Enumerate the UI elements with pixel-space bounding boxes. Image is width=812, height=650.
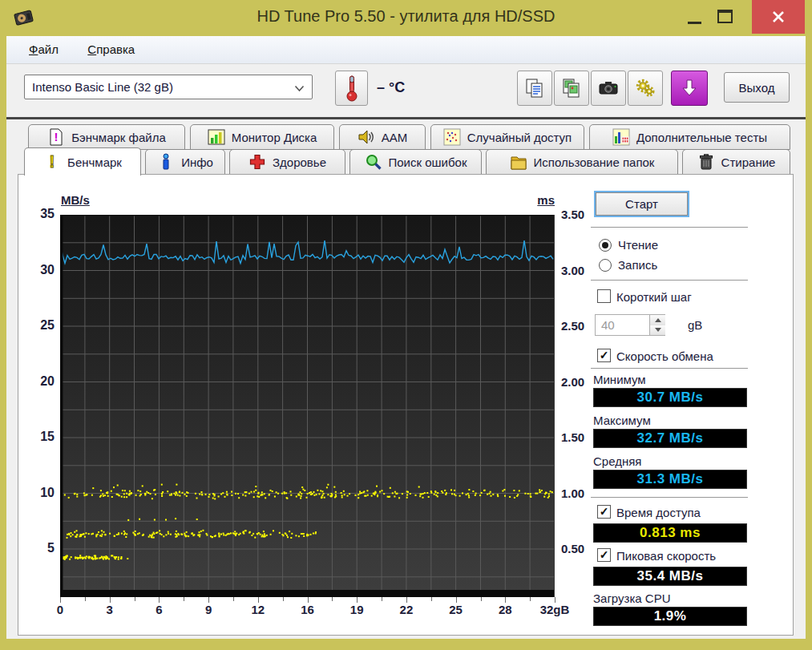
stride-size-value: 40 [601,318,615,332]
maximize-icon[interactable] [717,10,733,23]
burst-rate-checkbox[interactable]: ✓ [597,548,611,562]
burst-rate-value: 35.4 MB/s [593,567,747,586]
tab-label: AAM [382,131,408,144]
stride-size-stepper[interactable]: 40 [595,314,665,336]
menu-bar: Файл Справка [6,36,806,64]
menu-help[interactable]: Справка [84,42,138,56]
exit-button-label: Выход [739,81,775,95]
random-access-icon [443,128,461,146]
start-button-label: Старт [625,197,658,211]
options-button[interactable] [628,71,663,106]
health-icon [248,153,266,171]
short-stride-label: Короткий шаг [616,290,692,304]
copy-image-icon [560,77,583,99]
temperature-readout: – °C [377,79,405,96]
tab-label: Стирание [721,155,776,169]
maximum-value: 32.7 MB/s [593,429,747,448]
tab-extra-tests[interactable]: Дополнительные тесты [589,124,790,150]
tab-folder-usage[interactable]: Использование папок [486,149,678,175]
app-window: HD Tune Pro 5.50 - утилита для HD/SSD Фа… [0,0,812,650]
stepper-down-button[interactable] [650,325,665,336]
y-axis-unit-right: ms [513,193,555,207]
tab-info[interactable]: Инфо [145,149,225,175]
title-bar: HD Tune Pro 5.50 - утилита для HD/SSD [0,0,812,36]
burst-rate-label: Пиковая скорость [616,549,716,563]
tab-random-access[interactable]: Случайный доступ [430,124,584,150]
access-time-value: 0.813 ms [593,523,747,543]
exit-button[interactable]: Выход [724,72,790,103]
save-results-button[interactable] [671,71,708,106]
svg-text:!: ! [49,153,55,171]
minimum-label: Минимум [593,373,646,386]
thermometer-icon [345,74,359,103]
gears-icon [634,77,656,99]
tab-label: Использование папок [534,155,655,169]
folder-usage-icon [510,153,527,171]
tab-label: Дополнительные тесты [636,131,767,144]
menu-file[interactable]: Файл [26,42,62,56]
benchmark-icon: ! [43,153,61,171]
copy-image-button[interactable] [554,71,589,106]
save-arrow-icon [679,78,700,99]
maximum-label: Максимум [593,414,651,427]
extra-tests-icon [612,128,630,146]
benchmark-plot [60,215,555,597]
disk-monitor-icon [208,128,225,146]
separator [591,227,748,228]
tab-label: Инфо [181,155,213,169]
access-time-checkbox[interactable]: ✓ [597,505,611,519]
start-button[interactable]: Старт [596,192,688,216]
copy-text-icon [523,77,546,99]
erase-icon [697,153,715,171]
read-radio[interactable] [599,239,612,252]
tab-aam[interactable]: AAM [339,124,426,150]
tab-health[interactable]: Здоровье [229,149,345,175]
separator [591,497,748,498]
access-time-label: Время доступа [616,506,701,519]
tab-benchmark[interactable]: ! Бенчмарк [24,147,141,176]
transfer-rate-label: Скорость обмена [616,349,713,363]
close-icon[interactable] [752,0,805,34]
tab-label: Поиск ошибок [389,155,467,169]
tab-label: Здоровье [273,155,326,169]
camera-icon [597,77,620,99]
stride-unit-label: gB [688,318,702,332]
tab-label: Бенчмарк [67,155,122,169]
tab-label: Случайный доступ [467,131,572,144]
tab-disk-monitor[interactable]: Монитор Диска [190,124,334,150]
stepper-up-button[interactable] [650,315,665,325]
minimize-icon[interactable] [688,22,701,24]
drive-select[interactable]: Intenso Basic Line (32 gB) [24,75,313,99]
separator [591,368,748,369]
screenshot-button[interactable] [591,71,626,106]
y-axis-unit-left: MB/s [61,193,90,207]
temperature-button[interactable] [335,71,368,106]
read-radio-label: Чтение [618,238,658,252]
speaker-icon [358,128,375,146]
file-benchmark-icon: ! [47,128,65,146]
transfer-rate-checkbox[interactable]: ✓ [597,349,611,362]
tab-file-benchmark[interactable]: ! Бэнчмарк файла [28,124,185,150]
copy-text-button[interactable] [517,71,552,106]
tab-label: Бэнчмарк файла [71,131,165,144]
short-stride-checkbox[interactable] [597,289,611,303]
write-radio-label: Запись [618,258,657,272]
cpu-usage-value: 1.9% [593,607,747,626]
write-radio[interactable] [599,259,612,272]
chevron-down-icon [294,85,305,92]
tab-erase[interactable]: Стирание [682,149,790,175]
tab-error-scan[interactable]: Поиск ошибок [349,149,482,175]
drive-select-value: Intenso Basic Line (32 gB) [32,80,173,94]
separator [591,280,748,281]
error-scan-icon [365,153,382,171]
cpu-usage-label: Загрузка CPU [593,591,671,605]
toolbar-divider [6,117,806,119]
info-icon [157,153,175,171]
average-label: Средняя [593,454,641,468]
svg-text:!: ! [55,130,59,143]
tab-label: Монитор Диска [232,131,317,144]
average-value: 31.3 MB/s [593,470,747,489]
minimum-value: 30.7 MB/s [593,388,747,407]
